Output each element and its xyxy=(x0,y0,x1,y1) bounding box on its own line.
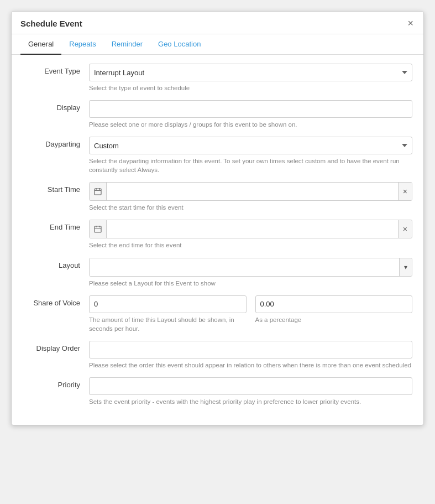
display-order-control-wrap: Please select the order this event shoul… xyxy=(89,341,412,370)
share-of-voice-label: Share of Voice xyxy=(23,295,89,307)
sov-percent-wrap: As a percentage xyxy=(255,295,413,333)
layout-hint: Please select a Layout for this Event to… xyxy=(89,279,412,288)
display-label: Display xyxy=(23,100,89,112)
start-time-label: Start Time xyxy=(23,182,89,194)
schedule-event-modal: Schedule Event × General Repeats Reminde… xyxy=(11,11,424,425)
event-type-hint: Select the type of event to schedule xyxy=(89,84,412,92)
tab-bar: General Repeats Reminder Geo Location xyxy=(12,34,423,55)
svg-rect-4 xyxy=(95,226,101,232)
layout-input-wrap: ▾ xyxy=(89,258,412,277)
priority-hint: Sets the event priority - events with th… xyxy=(89,397,412,406)
end-time-control-wrap: × Select the end time for this event xyxy=(89,220,412,250)
svg-rect-0 xyxy=(95,189,101,195)
modal-body: Event Type Interrupt Layout Standard Com… xyxy=(12,55,423,425)
end-time-label: End Time xyxy=(23,220,89,231)
end-time-clear-button[interactable]: × xyxy=(398,220,412,238)
start-time-control-wrap: × Select the start time for this event xyxy=(89,182,412,212)
tab-geo-location[interactable]: Geo Location xyxy=(150,34,208,55)
display-input[interactable] xyxy=(89,100,412,118)
start-time-input[interactable] xyxy=(107,183,398,200)
start-time-hint: Select the start time for this event xyxy=(89,203,412,212)
sov-seconds-wrap: The amount of time this Layout should be… xyxy=(89,295,247,333)
priority-control-wrap: Sets the event priority - events with th… xyxy=(89,377,412,406)
priority-label: Priority xyxy=(23,377,89,389)
share-of-voice-row: Share of Voice The amount of time this L… xyxy=(23,295,412,333)
dayparting-hint: Select the dayparting information for th… xyxy=(89,157,412,174)
dayparting-control-wrap: Custom Always Select the dayparting info… xyxy=(89,137,412,174)
end-time-input[interactable] xyxy=(107,220,398,238)
sov-percent-input[interactable] xyxy=(255,295,413,313)
display-control-wrap: Please select one or more displays / gro… xyxy=(89,100,412,129)
start-time-row: Start Time × Select the start time for xyxy=(23,182,412,212)
event-type-row: Event Type Interrupt Layout Standard Com… xyxy=(23,64,412,92)
start-time-datetime-wrap: × xyxy=(89,182,412,201)
display-row: Display Please select one or more displa… xyxy=(23,100,412,129)
end-time-row: End Time × Select the end time for thi xyxy=(23,220,412,250)
event-type-label: Event Type xyxy=(23,64,89,75)
modal-header: Schedule Event × xyxy=(12,12,423,34)
start-time-calendar-icon xyxy=(90,183,107,200)
priority-input[interactable] xyxy=(89,377,412,395)
share-of-voice-control-wrap: The amount of time this Layout should be… xyxy=(89,295,412,333)
display-order-hint: Please select the order this event shoul… xyxy=(89,361,412,370)
share-of-voice-inputs: The amount of time this Layout should be… xyxy=(89,295,412,333)
priority-row: Priority Sets the event priority - event… xyxy=(23,377,412,406)
layout-input[interactable] xyxy=(90,258,399,276)
tab-general[interactable]: General xyxy=(20,34,61,55)
dayparting-row: Dayparting Custom Always Select the dayp… xyxy=(23,137,412,174)
dayparting-label: Dayparting xyxy=(23,137,89,148)
tab-repeats[interactable]: Repeats xyxy=(61,34,103,55)
event-type-control-wrap: Interrupt Layout Standard Command Select… xyxy=(89,64,412,92)
modal-title: Schedule Event xyxy=(20,19,82,28)
display-order-input[interactable] xyxy=(89,341,412,358)
layout-row: Layout ▾ Please select a Layout for this… xyxy=(23,258,412,288)
end-time-calendar-icon xyxy=(90,220,107,238)
layout-control-wrap: ▾ Please select a Layout for this Event … xyxy=(89,258,412,288)
sov-seconds-input[interactable] xyxy=(89,295,247,313)
display-order-label: Display Order xyxy=(23,341,89,352)
dayparting-select[interactable]: Custom Always xyxy=(89,137,412,154)
event-type-select[interactable]: Interrupt Layout Standard Command xyxy=(89,64,412,81)
modal-close-button[interactable]: × xyxy=(406,18,415,28)
end-time-hint: Select the end time for this event xyxy=(89,241,412,250)
tab-reminder[interactable]: Reminder xyxy=(104,34,150,55)
layout-chevron-icon[interactable]: ▾ xyxy=(399,258,412,276)
start-time-clear-button[interactable]: × xyxy=(398,183,412,200)
sov-seconds-hint: The amount of time this Layout should be… xyxy=(89,315,247,333)
display-order-row: Display Order Please select the order th… xyxy=(23,341,412,370)
display-hint: Please select one or more displays / gro… xyxy=(89,120,412,129)
sov-percent-hint: As a percentage xyxy=(255,315,413,324)
layout-label: Layout xyxy=(23,258,89,269)
end-time-datetime-wrap: × xyxy=(89,220,412,238)
